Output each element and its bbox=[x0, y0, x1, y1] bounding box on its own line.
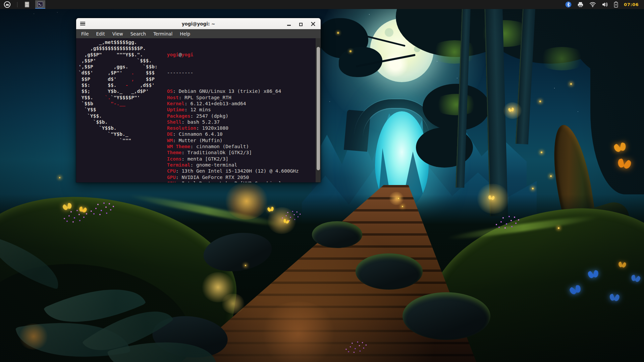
info-line: WM: Mutter (Muffin) bbox=[167, 137, 299, 143]
menu-item-edit[interactable]: Edit bbox=[93, 30, 108, 38]
window-titlebar[interactable]: yogi@yogi: ~ bbox=[76, 18, 321, 29]
terminal-button[interactable] bbox=[35, 0, 45, 9]
close-button[interactable] bbox=[311, 21, 315, 26]
scrollbar-thumb[interactable] bbox=[317, 47, 320, 170]
maximize-icon bbox=[299, 23, 303, 26]
info-line: CPU: 13th Gen Intel i5-13420H (12) @ 4.6… bbox=[167, 168, 299, 174]
wifi-icon[interactable] bbox=[589, 2, 596, 7]
info-line: Shell: bash 5.2.37 bbox=[167, 119, 299, 125]
menu-item-terminal[interactable]: Terminal bbox=[150, 30, 175, 38]
minimize-button[interactable] bbox=[286, 21, 291, 26]
terminal-icon bbox=[37, 1, 44, 8]
panel-clock[interactable]: 07:06 bbox=[624, 2, 639, 7]
menubar: FileEditViewSearchTerminalHelp bbox=[76, 29, 321, 38]
neofetch-info: yogi@yogi --------- OS: Debian GNU/Linux… bbox=[167, 39, 299, 182]
menu-item-view[interactable]: View bbox=[109, 30, 126, 38]
window-title: yogi@yogi: ~ bbox=[76, 21, 321, 26]
info-line: Icons: menta [GTK2/3] bbox=[167, 156, 299, 162]
scrollbar[interactable] bbox=[316, 38, 321, 182]
menu-item-help[interactable]: Help bbox=[177, 30, 193, 38]
info-line: DE: Cinnamon 6.4.10 bbox=[167, 131, 299, 137]
info-line: Theme: TraditionalOk [GTK2/3] bbox=[167, 149, 299, 156]
info-line: GPU: NVIDIA GeForce RTX 2050 bbox=[167, 174, 299, 180]
info-line: Terminal: gnome-terminal bbox=[167, 162, 299, 168]
menu-icon bbox=[4, 1, 11, 8]
info-line: OS: Debian GNU/Linux 13 (trixie) x86_64 bbox=[167, 88, 299, 94]
info-line: Host: RPL Sportage_RTH bbox=[167, 95, 299, 101]
file-manager-button[interactable] bbox=[22, 0, 32, 9]
info-line: Uptime: 12 mins bbox=[167, 107, 299, 113]
close-icon bbox=[311, 22, 315, 26]
info-line: WM Theme: cinnamon (Default) bbox=[167, 143, 299, 149]
menu-item-search[interactable]: Search bbox=[127, 30, 149, 38]
bluetooth-icon[interactable] bbox=[565, 1, 572, 8]
menu-item-file[interactable]: File bbox=[78, 30, 92, 38]
maximize-button[interactable] bbox=[299, 21, 303, 26]
menu-button[interactable] bbox=[2, 0, 12, 9]
top-panel: 07:06 bbox=[0, 0, 644, 9]
volume-icon[interactable] bbox=[602, 2, 608, 7]
file-manager-icon bbox=[24, 1, 30, 8]
info-line: Packages: 2547 (dpkg) bbox=[167, 113, 299, 119]
minimize-icon bbox=[287, 25, 291, 26]
info-line: GPU: Intel Raptor Lake-P [UHD Graphics] bbox=[167, 180, 299, 182]
neofetch-underline: --------- bbox=[167, 70, 299, 76]
terminal-content[interactable]: _,met$$$$$gg. ,g$$$$$$$$$$$$$$$P. ,g$$P"… bbox=[76, 38, 321, 182]
info-line: Resolution: 644x362 bbox=[167, 125, 299, 131]
neofetch-ascii-art: _,met$$$$$gg. ,g$$$$$$$$$$$$$$$P. ,g$$P"… bbox=[78, 39, 158, 182]
battery-charging-icon[interactable] bbox=[614, 1, 618, 8]
printer-icon[interactable] bbox=[577, 2, 584, 8]
terminal-window: yogi@yogi: ~ FileEditViewSearchTerminalH… bbox=[76, 18, 321, 183]
info-line: Kernel: 6.12.41+deb13-amd64 bbox=[167, 101, 299, 107]
